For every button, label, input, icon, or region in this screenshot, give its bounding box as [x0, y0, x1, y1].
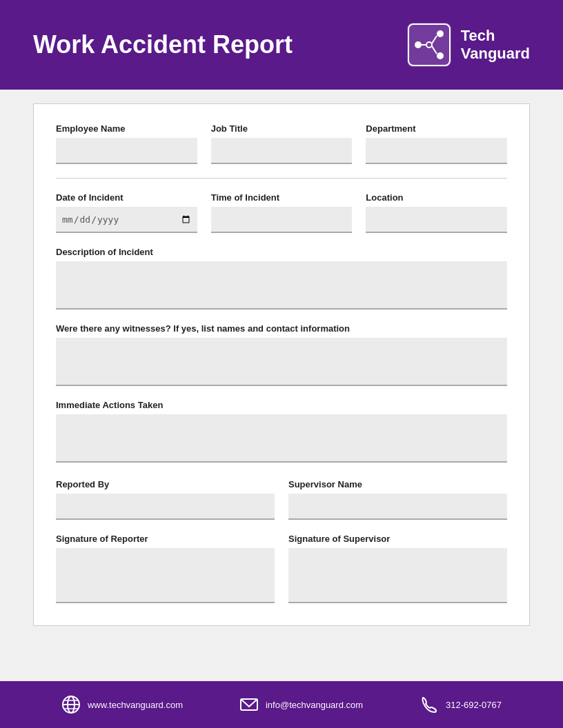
- logo: Tech Vanguard: [407, 23, 530, 67]
- page-header: Work Accident Report Tech Vanguard: [0, 0, 563, 90]
- footer-email: info@techvanguard.com: [239, 695, 363, 714]
- employee-name-group: Employee Name: [56, 123, 197, 164]
- reported-by-group: Reported By: [56, 479, 275, 520]
- logo-text: Tech Vanguard: [461, 27, 530, 63]
- description-textarea[interactable]: [56, 261, 507, 310]
- footer-website: www.techvanguard.com: [61, 695, 183, 714]
- job-title-label: Job Title: [211, 123, 353, 134]
- phone-icon: [419, 695, 439, 714]
- reported-by-label: Reported By: [56, 479, 275, 489]
- witnesses-group: Were there any witnesses? If yes, list n…: [56, 323, 507, 386]
- sig-supervisor-group: Signature of Supervisor: [288, 534, 507, 603]
- row-employee-info: Employee Name Job Title Department: [56, 123, 507, 164]
- footer-phone: 312-692-0767: [419, 695, 502, 714]
- description-label: Description of Incident: [56, 247, 507, 257]
- email-icon: [239, 695, 259, 714]
- website-text: www.techvanguard.com: [88, 700, 183, 710]
- employee-name-input[interactable]: [56, 138, 197, 164]
- sig-reporter-label: Signature of Reporter: [56, 534, 275, 544]
- department-input[interactable]: [366, 138, 507, 164]
- location-group: Location: [366, 192, 507, 233]
- svg-rect-0: [407, 23, 451, 67]
- location-label: Location: [366, 192, 507, 203]
- sig-supervisor-box[interactable]: [288, 548, 507, 603]
- globe-icon: [61, 695, 81, 714]
- row-incident-info: Date of Incident Time of Incident Locati…: [56, 192, 507, 233]
- divider-1: [56, 178, 507, 179]
- actions-textarea[interactable]: [56, 414, 507, 463]
- supervisor-name-label: Supervisor Name: [288, 479, 507, 489]
- time-group: Time of Incident: [211, 192, 353, 233]
- sig-reporter-group: Signature of Reporter: [56, 534, 275, 603]
- date-group: Date of Incident: [56, 192, 197, 233]
- form-container: Employee Name Job Title Department Date …: [33, 103, 530, 626]
- witnesses-label: Were there any witnesses? If yes, list n…: [56, 323, 507, 334]
- time-input[interactable]: [211, 207, 353, 233]
- svg-point-3: [437, 30, 444, 37]
- supervisor-name-input[interactable]: [288, 494, 507, 520]
- page-footer: www.techvanguard.com info@techvanguard.c…: [0, 681, 563, 728]
- reported-by-input[interactable]: [56, 494, 275, 520]
- page-title: Work Accident Report: [33, 30, 293, 59]
- employee-name-label: Employee Name: [56, 123, 197, 134]
- svg-point-4: [437, 52, 444, 59]
- email-text: info@techvanguard.com: [266, 700, 363, 710]
- supervisor-name-group: Supervisor Name: [288, 479, 507, 520]
- row-signatures: Signature of Reporter Signature of Super…: [56, 534, 507, 603]
- witnesses-textarea[interactable]: [56, 338, 507, 386]
- sig-reporter-box[interactable]: [56, 548, 275, 603]
- time-label: Time of Incident: [211, 192, 353, 203]
- job-title-group: Job Title: [211, 123, 353, 164]
- sig-supervisor-label: Signature of Supervisor: [288, 534, 507, 544]
- content-area: Employee Name Job Title Department Date …: [0, 90, 563, 681]
- logo-icon: [407, 23, 451, 67]
- actions-label: Immediate Actions Taken: [56, 400, 507, 410]
- department-label: Department: [366, 123, 507, 134]
- row-reported: Reported By Supervisor Name: [56, 479, 507, 520]
- location-input[interactable]: [366, 207, 507, 233]
- date-label: Date of Incident: [56, 192, 197, 203]
- job-title-input[interactable]: [211, 138, 353, 164]
- actions-group: Immediate Actions Taken: [56, 400, 507, 463]
- date-input[interactable]: [56, 207, 197, 233]
- description-group: Description of Incident: [56, 247, 507, 310]
- svg-point-2: [415, 41, 422, 48]
- department-group: Department: [366, 123, 507, 164]
- phone-text: 312-692-0767: [446, 700, 502, 710]
